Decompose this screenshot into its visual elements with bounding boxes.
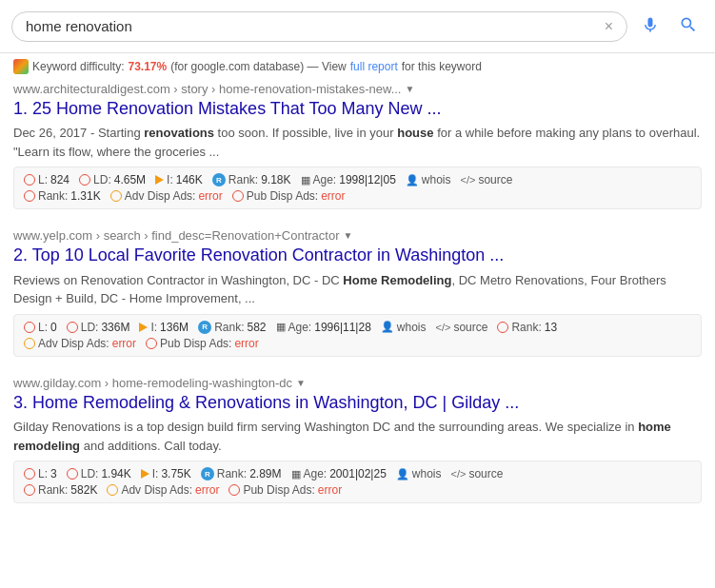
metric-l-3: L: 3	[24, 467, 57, 480]
result-url-dropdown-1[interactable]: ▼	[405, 84, 414, 94]
metric-circle-l-3	[24, 468, 35, 480]
result-metrics-3: L: 3 LD: 1.94K I: 3.75K R Rank: 2.89M	[13, 461, 702, 503]
metric-whois-2[interactable]: 👤 whois	[381, 321, 427, 334]
metric-rank-3: R Rank: 2.89M	[201, 467, 282, 480]
metrics-row-1a: L: 824 LD: 4.65M I: 146K R Rank: 9.18K	[24, 173, 691, 186]
metric-adv-2: Adv Disp Ads: error	[24, 337, 136, 350]
metric-source-1[interactable]: </> source	[461, 173, 513, 186]
kd-icon	[13, 59, 29, 74]
metrics-row-3a: L: 3 LD: 1.94K I: 3.75K R Rank: 2.89M	[24, 467, 691, 480]
metric-i-1: I: 146K	[155, 173, 203, 186]
metric-circle-pub-3	[228, 484, 240, 496]
metrics-row-2a: L: 0 LD: 336M I: 136M R Rank: 582	[24, 321, 691, 334]
metric-rank-2: R Rank: 582	[198, 321, 266, 334]
metric-ld-1: LD: 4.65M	[79, 173, 146, 186]
metric-circle-rank2-1	[24, 190, 35, 202]
metric-pub-3: Pub Disp Ads: error	[228, 483, 342, 497]
metric-circle-adv-3	[107, 484, 118, 496]
metric-l-1: L: 824	[24, 173, 70, 186]
metric-adv-1: Adv Disp Ads: error	[110, 189, 223, 203]
metric-ld-2: LD: 336M	[67, 321, 130, 334]
result-item-1: www.architecturaldigest.com › story › ho…	[13, 82, 702, 219]
metric-source-3[interactable]: </> source	[451, 467, 504, 480]
metric-rank2-3: Rank: 582K	[24, 483, 97, 497]
metric-source-2[interactable]: </> source	[436, 321, 488, 334]
metric-rank-circle-3: R	[201, 467, 214, 480]
metric-calendar-icon-3: ▦	[291, 468, 301, 480]
search-bar-container: ×	[0, 0, 715, 53]
result-url-3: www.gilday.com › home-remodeling-washing…	[13, 376, 702, 390]
search-icon	[679, 15, 698, 34]
metric-circle-pub-1	[232, 190, 244, 202]
metric-whois-3[interactable]: 👤 whois	[396, 467, 442, 480]
metric-circle-ld-2	[67, 322, 78, 333]
kd-end-text: for this keyword	[402, 60, 482, 73]
result-url-text-2: www.yelp.com › search › find_desc=Renova…	[13, 228, 340, 243]
kd-percent: 73.17%	[129, 60, 168, 73]
person-icon-1: 👤	[406, 174, 419, 186]
kd-full-report-link[interactable]: full report	[350, 60, 398, 73]
mic-icon	[641, 15, 660, 34]
metric-circle-rank2-3	[24, 484, 35, 496]
mic-button[interactable]	[635, 10, 665, 43]
metric-play-2	[139, 323, 148, 332]
metric-circle-adv-2	[24, 338, 35, 349]
code-icon-2: </>	[436, 322, 451, 333]
metric-circle-l-1	[24, 174, 35, 186]
metric-calendar-icon-1: ▦	[301, 174, 310, 186]
metric-rank2-1: Rank: 1.31K	[24, 189, 101, 203]
metric-play-3	[141, 469, 149, 479]
metric-age-3: ▦ Age: 2001|02|25	[291, 467, 387, 480]
metric-ld-3: LD: 1.94K	[67, 467, 131, 480]
metric-circle-adv-1	[110, 190, 122, 202]
metric-pub-1: Pub Disp Ads: error	[232, 189, 346, 203]
search-input-wrapper: ×	[11, 11, 627, 42]
metric-i-2: I: 136M	[139, 321, 189, 334]
metric-rank2-2: Rank: 13	[497, 321, 557, 334]
kd-label: Keyword difficulty:	[32, 60, 125, 73]
metrics-row-3b: Rank: 582K Adv Disp Ads: error Pub Disp …	[24, 483, 691, 497]
code-icon-3: </>	[451, 468, 467, 480]
metric-play-1	[155, 175, 164, 185]
result-url-2: www.yelp.com › search › find_desc=Renova…	[13, 228, 702, 243]
result-snippet-2: Reviews on Renovation Contractor in Wash…	[13, 271, 702, 308]
result-snippet-1: Dec 26, 2017 - Starting renovations too …	[13, 124, 702, 161]
metric-l-2: L: 0	[24, 321, 57, 334]
person-icon-3: 👤	[396, 468, 409, 480]
result-snippet-3: Gilday Renovations is a top design build…	[13, 418, 702, 455]
metric-circle-l-2	[24, 322, 35, 333]
metric-circle-rank2-2	[497, 322, 508, 333]
metrics-row-1b: Rank: 1.31K Adv Disp Ads: error Pub Disp…	[24, 189, 691, 203]
result-title-3[interactable]: 3. Home Remodeling & Renovations in Wash…	[13, 392, 702, 414]
code-icon-1: </>	[461, 174, 476, 186]
result-url-1: www.architecturaldigest.com › story › ho…	[13, 82, 702, 96]
metric-rank-1: R Rank: 9.18K	[212, 173, 291, 186]
result-title-1[interactable]: 1. 25 Home Renovation Mistakes That Too …	[13, 98, 702, 120]
metric-pub-2: Pub Disp Ads: error	[146, 337, 259, 350]
metric-circle-pub-2	[146, 338, 157, 349]
result-item-3: www.gilday.com › home-remodeling-washing…	[13, 376, 702, 513]
clear-icon[interactable]: ×	[605, 18, 613, 35]
result-title-2[interactable]: 2. Top 10 Local Favorite Renovation Cont…	[13, 245, 702, 266]
metric-rank-circle-1: R	[212, 173, 226, 186]
metric-rank-circle-2: R	[198, 321, 211, 334]
metric-calendar-icon-2: ▦	[276, 321, 286, 333]
search-button[interactable]	[673, 10, 704, 43]
result-url-dropdown-2[interactable]: ▼	[344, 230, 353, 241]
metric-whois-1[interactable]: 👤 whois	[406, 173, 451, 186]
result-metrics-1: L: 824 LD: 4.65M I: 146K R Rank: 9.18K	[13, 167, 702, 209]
keyword-difficulty-bar: Keyword difficulty: 73.17% (for google.c…	[0, 53, 715, 82]
result-url-dropdown-3[interactable]: ▼	[296, 378, 306, 388]
metric-i-3: I: 3.75K	[141, 467, 191, 480]
metric-age-2: ▦ Age: 1996|11|28	[276, 321, 371, 334]
metric-circle-ld-1	[79, 174, 90, 186]
search-input[interactable]	[26, 18, 597, 34]
metric-adv-3: Adv Disp Ads: error	[107, 483, 219, 497]
metric-age-1: ▦ Age: 1998|12|05	[301, 173, 396, 186]
metric-circle-ld-3	[67, 468, 78, 480]
result-url-text-1: www.architecturaldigest.com › story › ho…	[13, 82, 401, 96]
result-metrics-2: L: 0 LD: 336M I: 136M R Rank: 582	[13, 314, 702, 357]
kd-middle-text: (for google.com database) — View	[170, 60, 347, 73]
result-item-2: www.yelp.com › search › find_desc=Renova…	[13, 228, 702, 365]
search-results: www.architecturaldigest.com › story › ho…	[0, 82, 715, 513]
